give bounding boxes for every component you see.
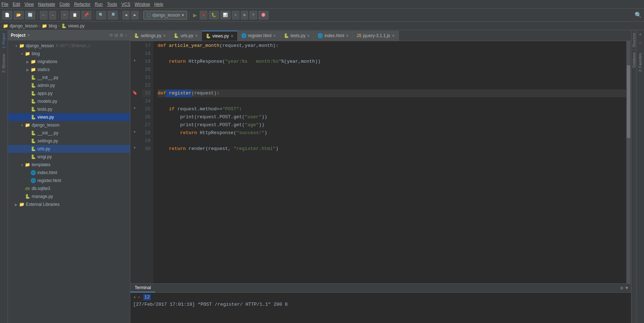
debug-button[interactable]: 🐛 [209,11,219,19]
favorites-add-button[interactable]: + [637,30,643,39]
search-button[interactable]: 🔍 [635,12,642,19]
tab-jquery-close[interactable]: ✕ [392,34,395,38]
menu-code[interactable]: Code [59,2,70,7]
fold-marker-25[interactable]: ▼ [134,107,135,110]
fold-marker-19[interactable]: ▼ [134,59,135,63]
tab-tests[interactable]: 🐍 tests.py ✕ [280,31,314,41]
paste-button[interactable]: 📌 [81,11,91,19]
tree-item-manage[interactable]: 🐍 manage.py [8,193,130,200]
nav-forward-button[interactable]: ▶ [131,11,139,19]
tree-item-views[interactable]: 🐍 views.py [8,113,130,121]
run-button[interactable]: ▶ [192,11,199,19]
tree-item-register-html[interactable]: 🌐 register.html [8,177,130,185]
fold-marker-28[interactable]: ▼ [134,130,135,134]
fold-marker-30[interactable]: ▼ [134,146,135,150]
database-tab[interactable]: Database [631,50,636,70]
tab-urls-close[interactable]: ✕ [195,34,198,38]
tab-index-html[interactable]: 🌐 index.html ✕ [314,31,353,41]
terminal-content[interactable]: + ✕ 12 [27/Feb/2017 17:01:19] “POST /reg… [130,293,631,323]
tree-item-blog[interactable]: ▾ 📁 blog [8,50,130,58]
code-editor[interactable]: ▼ 🔖 ▼ [130,41,631,283]
coverage-button[interactable]: 📊 [220,11,230,19]
menu-edit[interactable]: Edit [13,2,20,7]
tree-item-apps[interactable]: 🐍 apps.py [8,89,130,97]
project-panel-tab[interactable]: 1: Project [1,30,6,51]
project-dropdown-arrow[interactable]: ▾ [28,33,30,37]
menu-navigate[interactable]: Navigate [38,2,55,7]
cut-button[interactable]: ✂ [61,11,68,19]
collapse-icon[interactable]: ⊟ [114,33,118,38]
terminal-add-button[interactable]: + [133,295,136,300]
tree-item-urls[interactable]: 🐍 urls.py [8,145,130,153]
tree-item-settings[interactable]: 🐍 settings.py [8,137,130,145]
tab-register-html-close[interactable]: ✕ [273,34,276,38]
menu-refactor[interactable]: Refactor [74,2,90,7]
sync-button[interactable]: 🔄 [25,11,35,19]
menu-window[interactable]: Window [135,2,150,7]
tab-views-close[interactable]: ✕ [230,34,234,39]
terminal-input-value[interactable]: 12 [143,294,151,300]
tree-item-templates[interactable]: ▾ 📁 templates [8,161,130,169]
settings-button[interactable]: ⚙ [241,11,248,19]
open-button[interactable]: 📂 [14,11,24,19]
tree-item-statics[interactable]: ▶ 📁 statics [8,66,130,74]
tree-item-index-html[interactable]: 🌐 index.html [8,169,130,177]
terminal-settings-icon[interactable]: ⚙ [620,285,623,291]
menu-view[interactable]: View [24,2,34,7]
scrollbar-thumb[interactable] [627,65,630,138]
tree-item-root[interactable]: ▾ 📁 django_lesson E:\脱产三期\django_l... [8,42,130,50]
tab-jquery[interactable]: JS jquery-3.1.1.js ✕ [353,31,398,41]
bookmark-icon-23[interactable]: 🔖 [132,90,138,96]
tree-item-wsgi[interactable]: 🐍 wsgi.py [8,153,130,161]
stop-button[interactable]: ■ [200,11,207,19]
extra-button[interactable]: 🎯 [258,11,269,19]
terminal-close-button[interactable]: ✕ [138,295,140,300]
structure-panel-tab[interactable]: 2: Structure [1,51,6,76]
menu-file[interactable]: File [1,2,8,7]
nav-back-button[interactable]: ◀ [122,11,130,19]
tab-settings-close[interactable]: ✕ [163,34,166,38]
code-content[interactable]: def article_year_month (request,year,mon… [153,41,626,283]
tree-item-django-init[interactable]: 🐍 __init__.py [8,129,130,137]
forward-button[interactable]: → [49,11,57,19]
menu-tools[interactable]: Tools [107,2,117,7]
tab-index-html-close[interactable]: ✕ [346,34,349,38]
find-replace-button[interactable]: 🔎 [108,11,118,19]
tab-settings[interactable]: 🐍 settings.py ✕ [130,31,170,41]
sync-icon[interactable]: ⟳ [109,33,113,38]
sort-icon[interactable]: ↕ [125,33,127,38]
copy-button[interactable]: 📋 [70,11,80,19]
kw-if-25: if [169,105,175,113]
menu-run[interactable]: Run [95,2,103,7]
tree-item-admin[interactable]: 🐍 admin.py [8,81,130,89]
profile-button[interactable]: ⚡ [232,11,239,19]
menu-vcs[interactable]: VCS [121,2,130,7]
help-btn[interactable]: ? [249,11,257,19]
tab-tests-close[interactable]: ✕ [307,34,310,38]
tree-item-db[interactable]: 🗃 db.sqlite3 [8,185,130,193]
menu-help[interactable]: Help [154,2,163,7]
tab-urls[interactable]: 🐍 urls.py ✕ [170,31,202,41]
tree-item-django-inner[interactable]: ▾ 📁 django_lesson [8,121,130,129]
structure-tab[interactable]: Structure [631,30,636,50]
tree-item-blog-init[interactable]: 🐍 __init__.py [8,74,130,81]
tree-item-external[interactable]: ▶ 📁 External Libraries [8,200,130,208]
tab-views[interactable]: 🐍 views.py ✕ [202,31,238,41]
editor-scrollbar[interactable] [626,41,631,283]
tree-item-tests[interactable]: 🐍 tests.py [8,105,130,113]
terminal-minimize-icon[interactable]: ▼ [625,286,628,291]
breadcrumb-blog[interactable]: blog [49,23,57,28]
breadcrumb-file[interactable]: views.py [68,23,85,28]
project-dropdown[interactable]: ⬡ django_lesson ▾ [143,11,187,19]
breadcrumb-project[interactable]: django_lesson [10,23,37,28]
find-button[interactable]: 🔍 [96,11,106,19]
tree-item-migrations[interactable]: ▶ 📁 migrations [8,58,130,66]
tree-item-models[interactable]: 🐍 models.py [8,97,130,105]
tab-register-html[interactable]: 🌐 register.html ✕ [238,31,280,41]
favorites-close-button[interactable]: ✕ [638,39,643,47]
terminal-tab[interactable]: Terminal [130,284,155,292]
gear-icon[interactable]: ⚙ [120,33,123,38]
new-file-button[interactable]: 📄 [2,11,12,19]
back-button[interactable]: ← [40,11,48,19]
favorites-label[interactable]: 2: Favorites [638,50,643,75]
